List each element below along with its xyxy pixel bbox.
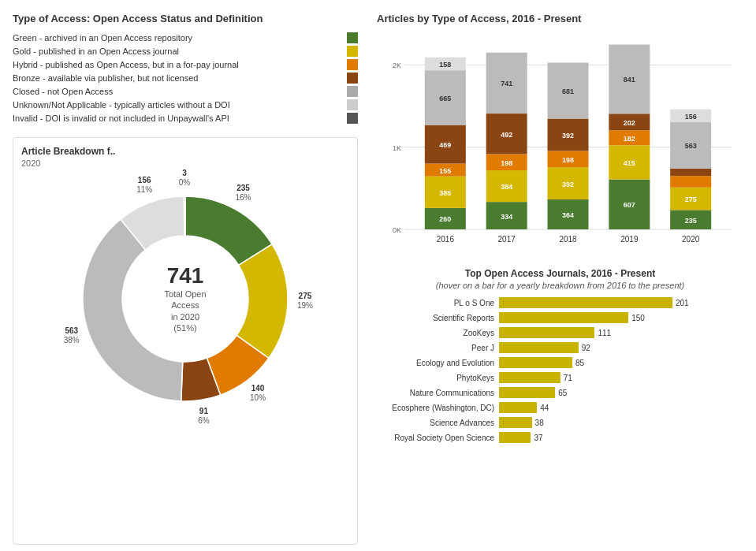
svg-text:2018: 2018 <box>559 235 577 244</box>
svg-text:275: 275 <box>685 195 697 203</box>
svg-text:91: 91 <box>199 407 209 415</box>
hbar-value: 65 <box>558 389 567 397</box>
svg-text:158: 158 <box>439 61 451 69</box>
hbar-label: Ecosphere (Washington, DC) <box>377 404 499 412</box>
hbar-label: ZooKeys <box>377 329 499 337</box>
svg-text:182: 182 <box>624 135 635 143</box>
svg-text:235: 235 <box>236 184 250 192</box>
hbar-label: Peer J <box>377 344 499 352</box>
hbar-bar <box>499 387 555 398</box>
hbar-label: PhytoKeys <box>377 374 499 382</box>
svg-text:6%: 6% <box>198 416 210 425</box>
hbar-bar-container: 65 <box>499 386 743 399</box>
donut-section: Article Breakdown f.. 2020 23516%27519%1… <box>13 137 358 545</box>
hbar-label: Scientific Reports <box>377 314 499 322</box>
hbar-row: Nature Communications 65 <box>377 386 743 399</box>
hbar-row: Ecosphere (Washington, DC) 44 <box>377 401 743 414</box>
svg-text:334: 334 <box>501 213 512 221</box>
svg-text:3: 3 <box>182 169 187 177</box>
hbar-bar-container: 150 <box>499 311 743 324</box>
hbar-bar-container: 44 <box>499 401 743 414</box>
legend-row: Invalid - DOI is invalid or not included… <box>13 113 358 124</box>
legend-text: Bronze - available via publisher, but no… <box>13 73 342 83</box>
svg-text:415: 415 <box>624 159 635 167</box>
svg-text:469: 469 <box>439 141 451 149</box>
hbar-row: Royal Society Open Science 37 <box>377 431 743 444</box>
hbar-value: 71 <box>564 374 572 382</box>
svg-text:38%: 38% <box>64 336 80 344</box>
svg-text:198: 198 <box>501 159 512 167</box>
svg-text:11%: 11% <box>136 185 152 194</box>
hbar-bar-container: 92 <box>499 341 743 354</box>
hbar-bar <box>499 342 579 353</box>
svg-text:392: 392 <box>562 132 574 140</box>
main-container: Type of Access: Open Access Status and D… <box>0 0 756 551</box>
legend-swatch <box>347 59 358 70</box>
svg-text:10%: 10% <box>250 393 266 402</box>
hbar-value: 85 <box>575 359 584 367</box>
svg-text:492: 492 <box>501 131 512 139</box>
hbar-bar-container: 71 <box>499 371 743 384</box>
svg-text:2K: 2K <box>393 61 401 69</box>
hbar-value: 150 <box>631 314 645 322</box>
hbar-label: PL o S One <box>377 299 499 307</box>
hbar-bar <box>499 402 537 413</box>
svg-text:607: 607 <box>624 201 635 209</box>
hbar-bar-container: 38 <box>499 416 743 429</box>
hbar-bar-container: 37 <box>499 431 743 444</box>
hbar-subtitle: (hover on a bar for a yearly breakdown f… <box>377 281 743 290</box>
hbar-bar <box>499 417 532 428</box>
svg-text:235: 235 <box>685 217 697 225</box>
svg-rect-70 <box>670 176 711 188</box>
hbar-row: Scientific Reports 150 <box>377 311 743 324</box>
legend-row: Green - archived in an Open Access repos… <box>13 32 358 43</box>
legend-row: Bronze - available via publisher, but no… <box>13 73 358 84</box>
svg-text:0K: 0K <box>393 226 401 234</box>
hbar-row: ZooKeys 111 <box>377 326 743 339</box>
legend-row: Closed - not Open Access <box>13 86 358 97</box>
svg-text:563: 563 <box>65 326 78 335</box>
svg-text:198: 198 <box>562 156 574 164</box>
svg-text:140: 140 <box>251 384 265 393</box>
hbar-row: Science Advances 38 <box>377 416 743 429</box>
legend-swatch <box>347 46 358 57</box>
svg-text:275: 275 <box>299 292 312 300</box>
svg-text:665: 665 <box>439 95 451 102</box>
donut-subtitle: 2020 <box>21 158 349 168</box>
legend-row: Unknown/Not Applicable - typically artic… <box>13 99 358 110</box>
svg-text:841: 841 <box>624 76 635 84</box>
svg-text:364: 364 <box>562 211 574 219</box>
hbar-row: PL o S One 201 <box>377 296 743 309</box>
hbar-bar <box>499 372 560 383</box>
legend-row: Hybrid - published as Open Access, but i… <box>13 59 358 70</box>
hbar-bar-container: 201 <box>499 296 743 309</box>
svg-text:202: 202 <box>624 119 635 127</box>
hbar-row: Peer J 92 <box>377 341 743 354</box>
svg-text:2017: 2017 <box>498 235 516 244</box>
hbar-row: PhytoKeys 71 <box>377 371 743 384</box>
legend-text: Green - archived in an Open Access repos… <box>13 33 342 43</box>
hbar-bar <box>499 327 594 338</box>
hbar-bar-container: 85 <box>499 356 743 369</box>
legend-title: Type of Access: Open Access Status and D… <box>13 13 358 24</box>
svg-rect-71 <box>670 169 711 176</box>
svg-text:2019: 2019 <box>620 235 639 244</box>
hbar-bar <box>499 357 572 368</box>
svg-text:384: 384 <box>501 183 512 191</box>
svg-text:0%: 0% <box>179 178 191 187</box>
svg-text:2016: 2016 <box>437 235 455 244</box>
svg-text:156: 156 <box>685 113 697 121</box>
legend-swatch <box>347 32 358 43</box>
legend-table: Green - archived in an Open Access repos… <box>13 32 358 126</box>
svg-text:2020: 2020 <box>682 235 700 244</box>
hbar-bar <box>499 297 672 308</box>
legend-swatch <box>347 86 358 97</box>
svg-text:741: 741 <box>501 80 512 87</box>
svg-text:155: 155 <box>439 167 451 175</box>
legend-swatch <box>347 73 358 84</box>
hbar-label: Nature Communications <box>377 389 499 397</box>
svg-text:1K: 1K <box>393 144 401 152</box>
svg-text:385: 385 <box>439 189 451 197</box>
hbar-value: 92 <box>582 344 590 352</box>
right-panel: Articles by Type of Access, 2016 - Prese… <box>371 0 756 551</box>
